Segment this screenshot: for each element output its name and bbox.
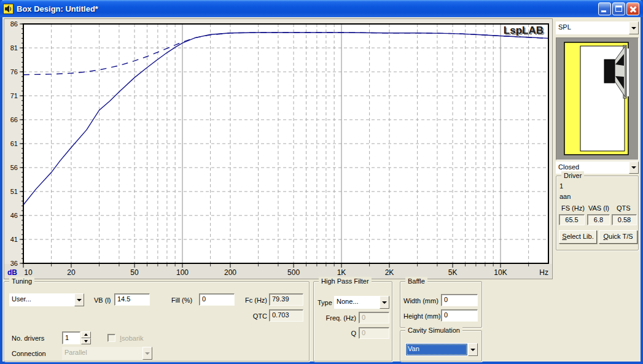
baffle-legend: Baffle [405,277,427,285]
svg-text:51: 51 [10,188,18,195]
view-select-value: SPL [556,21,629,34]
fc-label: Fc (Hz) [244,296,267,304]
svg-text:41: 41 [10,236,18,243]
driver-group: Driver 1 aan FS (Hz) VAS (l) QTS 65.5 6.… [556,176,639,250]
svg-text:76: 76 [10,68,18,76]
maximize-icon [615,6,622,12]
tuning-mode-select[interactable]: User... [9,293,84,306]
svg-text:Hz: Hz [539,268,548,277]
svg-text:100: 100 [176,268,189,277]
svg-text:10K: 10K [494,268,507,277]
vas-header: VAS (l) [588,204,609,212]
minimize-icon [601,10,606,12]
view-select[interactable]: SPL [556,21,639,34]
baffle-height-label: Height (mm) [403,312,441,320]
baffle-width-input[interactable]: 0 [441,294,478,306]
connection-label: Connection [12,350,46,357]
chevron-down-icon[interactable] [81,338,91,345]
maximize-button[interactable] [612,2,625,15]
svg-text:10: 10 [24,268,33,277]
quick-ts-button[interactable]: Quick T/S [599,230,637,244]
driver-number: 1 [559,182,563,190]
no-drivers-value[interactable]: 1 [62,331,80,344]
window-title: Box Design: Untitled* [17,4,598,14]
hpf-type-value: None... [334,296,380,309]
spl-chart: 86817671666156514641361020501002005001K2… [4,19,552,279]
svg-text:LspLAB: LspLAB [504,25,544,36]
svg-text:50: 50 [130,268,139,277]
svg-text:61: 61 [10,140,18,147]
fc-output: 79.39 [269,293,303,306]
chevron-down-icon[interactable] [380,296,389,309]
chevron-down-icon [142,347,152,360]
isobarik-label: Isobarik [120,335,144,342]
driver-group-legend: Driver [561,171,584,180]
no-drivers-label: No. drivers [12,335,44,342]
vas-value: 6.8 [587,214,610,225]
svg-text:86: 86 [10,20,18,28]
svg-text:dB: dB [7,268,17,277]
qts-value: 0.58 [612,214,637,225]
high-pass-filter-legend: High Pass Filter [319,277,372,285]
svg-text:71: 71 [10,92,18,99]
svg-text:66: 66 [10,116,18,123]
isobarik-checkbox [107,334,115,342]
hpf-q-label: Q [322,330,356,337]
hpf-type-label: Type [318,299,332,306]
tuning-group-legend: Tuning [9,277,34,285]
svg-text:46: 46 [10,212,18,219]
select-lib-button[interactable]: Select Lib. [559,230,597,244]
spl-chart-panel: 86817671666156514641361020501002005001K2… [4,18,553,279]
svg-text:36: 36 [10,260,18,267]
fill-label: Fill (%) [171,296,192,304]
box-design-window: Box Design: Untitled* 868176716661565146… [0,0,643,364]
chevron-up-icon[interactable] [81,331,91,338]
svg-text:20: 20 [67,268,76,277]
svg-text:2K: 2K [385,268,394,277]
svg-text:200: 200 [224,268,236,277]
fs-header: FS (Hz) [561,204,585,212]
svg-text:1K: 1K [337,268,346,277]
tuning-mode-value: User... [9,293,74,306]
baffle-group: Baffle Width (mm) 0 Height (mm) 0 [400,281,482,328]
speaker-icon [3,4,14,14]
hpf-freq-input: 0 [359,312,389,323]
speaker-diagram-panel [556,37,639,160]
driver-name: aan [559,193,571,200]
qtc-label: QTC [244,312,267,320]
baffle-height-input[interactable]: 0 [441,309,478,322]
svg-text:81: 81 [10,44,18,52]
svg-text:5K: 5K [448,268,458,277]
fill-input[interactable]: 0 [199,293,235,306]
qtc-output: 0.703 [269,309,303,322]
chevron-down-icon[interactable] [629,21,639,34]
hpf-freq-label: Freq. (Hz) [322,314,356,322]
no-drivers-stepper[interactable]: 1 [62,331,91,344]
tuning-group: Tuning User... VB (l) 14.5 Fill (%) 0 Fc… [4,281,310,362]
chevron-down-icon[interactable] [468,343,478,356]
hpf-type-select[interactable]: None... [334,296,389,309]
high-pass-filter-group: High Pass Filter Type None... Freq. (Hz)… [313,281,392,362]
hpf-q-input: 0 [359,327,389,339]
chevron-down-icon[interactable] [629,161,639,174]
svg-text:56: 56 [10,164,18,171]
connection-select: Parallel [62,347,152,360]
baffle-width-label: Width (mm) [403,297,438,304]
minimize-button[interactable] [598,2,611,15]
svg-text:500: 500 [287,268,300,277]
cavity-simulation-legend: Cavity Simulation [405,326,462,335]
cavity-simulation-group: Cavity Simulation Van [400,330,482,362]
fs-value: 65.5 [559,214,585,225]
cavity-simulation-value: Van [406,344,467,355]
qts-header: QTS [617,204,631,212]
title-bar[interactable]: Box Design: Untitled* [0,0,643,17]
chevron-down-icon[interactable] [74,293,84,306]
vb-input[interactable]: 14.5 [114,293,150,306]
close-button[interactable] [626,2,639,15]
connection-value: Parallel [62,347,142,360]
cavity-simulation-select[interactable]: Van [405,343,478,356]
speaker-box-cross-section [556,38,638,160]
vb-label: VB (l) [94,296,111,304]
